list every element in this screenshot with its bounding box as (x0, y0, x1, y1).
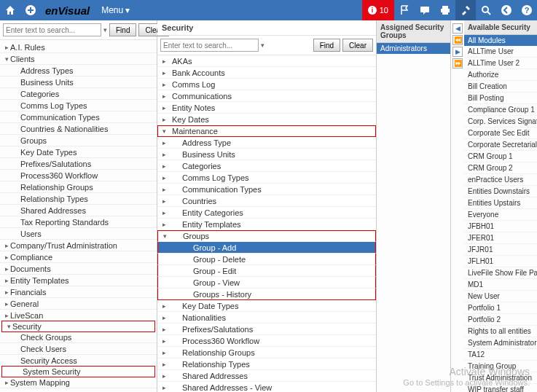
security-item[interactable]: ▸Nationalities (157, 312, 376, 324)
security-item[interactable]: ▸Process360 Workflow (157, 335, 376, 347)
move-right-icon[interactable]: ▶ (452, 47, 463, 57)
security-item[interactable]: ▸Bank Accounts (157, 67, 376, 79)
available-item[interactable]: New User (464, 291, 537, 302)
dropdown-icon[interactable]: ▾ (261, 42, 264, 49)
assigned-group-selected[interactable]: Administrators (377, 43, 450, 54)
security-item[interactable]: ▸Shared Addresses - View (157, 382, 376, 392)
add-icon[interactable] (20, 0, 41, 20)
available-item[interactable]: LiveFile Show File Pat (464, 267, 537, 279)
security-item[interactable]: ▸Communications (157, 90, 376, 102)
chat-icon[interactable] (415, 0, 435, 20)
security-item[interactable]: ▸Entity Notes (157, 102, 376, 114)
nav-item[interactable]: Check Groups (0, 332, 157, 343)
available-item[interactable]: ALLTime User (464, 46, 537, 58)
security-find-button[interactable]: Find (313, 39, 340, 52)
nav-item[interactable]: ▸Financials (0, 286, 157, 298)
available-item[interactable]: Portfolio 2 (464, 314, 537, 326)
available-item[interactable]: Bill Creation (464, 81, 537, 93)
help-icon[interactable]: ? (517, 0, 537, 20)
nav-item[interactable]: Relationship Types (0, 193, 157, 205)
security-item[interactable]: ▸Entity Templates (157, 219, 376, 230)
nav-search-input[interactable] (3, 23, 101, 36)
nav-item[interactable]: Shared Addresses (0, 205, 157, 216)
security-item[interactable]: Group - Add (157, 242, 376, 254)
available-item[interactable]: MD1 (464, 279, 537, 291)
nav-item[interactable]: Check Users (0, 343, 157, 355)
available-item[interactable]: Corp. Services Signat (464, 116, 537, 128)
security-item[interactable]: Groups - History (157, 289, 376, 300)
move-all-right-icon[interactable]: ⏩ (452, 58, 463, 68)
security-item[interactable]: ▸Entity Categories (157, 207, 376, 219)
available-item[interactable]: JFER01 (464, 232, 537, 244)
nav-item[interactable]: ▾Security (1, 321, 155, 332)
nav-item[interactable]: ▸Entity Templates (0, 275, 157, 286)
security-item[interactable]: ▸Address Type (157, 137, 376, 149)
security-item[interactable]: ▸Communication Types (157, 184, 376, 195)
security-item[interactable]: ▸Prefixes/Salutations (157, 324, 376, 335)
nav-item[interactable]: Business Units (0, 77, 157, 88)
nav-item[interactable]: Address Types (0, 65, 157, 77)
available-item[interactable]: ALLTime User 2 (464, 58, 537, 69)
available-item[interactable]: Entities Downstairs (464, 186, 537, 197)
alert-button[interactable]: i 10 (362, 0, 394, 20)
security-item[interactable]: ▸Business Units (157, 149, 376, 160)
security-item[interactable]: Group - Delete (157, 254, 376, 265)
nav-item[interactable]: ▸LiveScan (0, 310, 157, 321)
available-item[interactable]: Compliance Group 1 (464, 104, 537, 116)
nav-item[interactable]: Categories (0, 88, 157, 100)
home-icon[interactable] (0, 0, 20, 20)
nav-item[interactable]: ▸System Mapping (0, 377, 157, 388)
security-item[interactable]: ▸Countries (157, 195, 376, 207)
security-item[interactable]: ▸AKAs (157, 55, 376, 67)
security-item[interactable]: ▾Groups (157, 230, 376, 242)
menu-button[interactable]: Menu ▾ (94, 5, 137, 15)
security-clear-button[interactable]: Clear (342, 39, 373, 52)
available-item[interactable]: Bill Posting (464, 93, 537, 104)
move-all-left-icon[interactable]: ⏪ (452, 35, 463, 45)
available-item[interactable]: Authorize (464, 69, 537, 81)
available-item[interactable]: Entities Upstairs (464, 197, 537, 209)
available-item[interactable]: Trust Administration (464, 372, 537, 384)
flag-icon[interactable] (394, 0, 415, 20)
nav-item[interactable]: Users (0, 228, 157, 240)
move-left-icon[interactable]: ◀ (452, 23, 463, 34)
nav-item[interactable]: System Security (1, 366, 155, 377)
security-item[interactable]: ▸Categories (157, 160, 376, 172)
nav-item[interactable]: Key Date Types (0, 146, 157, 158)
security-search-input[interactable] (160, 39, 259, 52)
nav-item[interactable]: ▸A.I. Rules (0, 42, 157, 53)
security-item[interactable]: ▸Comms Log (157, 79, 376, 90)
tools-icon[interactable] (455, 0, 476, 20)
nav-item[interactable]: Prefixes/Salutations (0, 158, 157, 170)
nav-find-button[interactable]: Find (109, 23, 136, 36)
security-item[interactable]: Group - View (157, 277, 376, 289)
nav-item[interactable]: ▸Company/Trust Administration (0, 240, 157, 251)
security-item[interactable]: ▸Relationship Groups (157, 347, 376, 358)
search-icon[interactable] (476, 0, 496, 20)
available-item[interactable]: CRM Group 2 (464, 162, 537, 174)
security-item[interactable]: ▸Key Date Types (157, 300, 376, 312)
security-item[interactable]: ▸Relationship Types (157, 358, 376, 370)
available-selected[interactable]: All Modules (464, 35, 537, 46)
available-item[interactable]: Corporate Sec Edit (464, 128, 537, 139)
available-item[interactable]: enPractice Users (464, 174, 537, 186)
security-item[interactable]: ▸Comms Log Types (157, 172, 376, 184)
available-item[interactable]: Training Group (464, 361, 537, 372)
available-item[interactable]: Portfolio 1 (464, 302, 537, 314)
nav-item[interactable]: ▸Documents (0, 263, 157, 275)
nav-item[interactable]: Groups (0, 135, 157, 146)
nav-item[interactable]: Process360 Workflow (0, 170, 157, 181)
available-item[interactable]: Everyone (464, 209, 537, 221)
available-item[interactable]: Corporate Secretarial (464, 139, 537, 151)
back-icon[interactable] (496, 0, 517, 20)
nav-item[interactable]: Comms Log Types (0, 100, 157, 111)
available-item[interactable]: JFLH01 (464, 256, 537, 267)
nav-item[interactable]: Communication Types (0, 111, 157, 123)
security-item[interactable]: ▾Maintenance (157, 125, 376, 137)
nav-item[interactable]: Tax Reporting Standards (0, 216, 157, 228)
print-icon[interactable] (435, 0, 455, 20)
security-item[interactable]: Group - Edit (157, 265, 376, 277)
nav-item[interactable]: Countries & Nationalities (0, 123, 157, 135)
available-item[interactable]: CRM Group 1 (464, 151, 537, 162)
available-item[interactable]: JFJR01 (464, 244, 537, 256)
